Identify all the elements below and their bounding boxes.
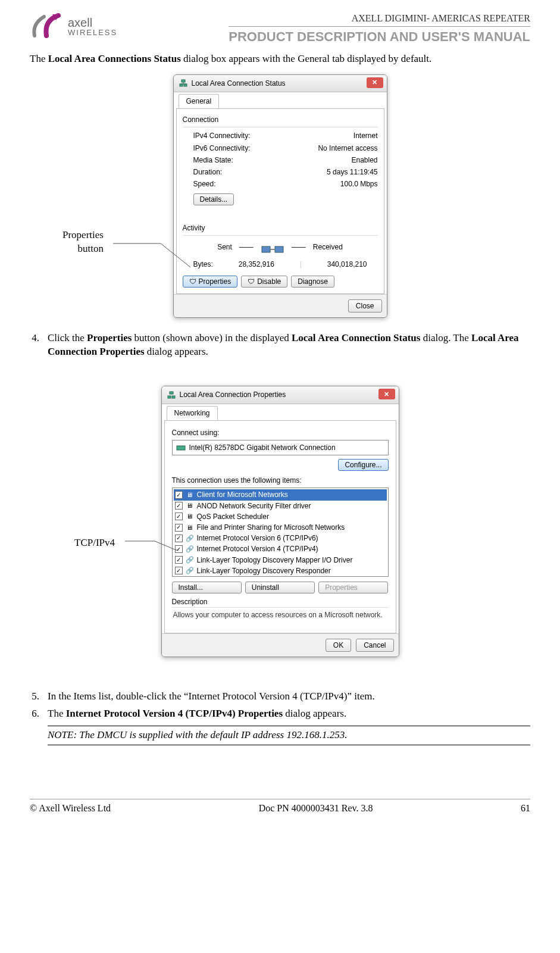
shield-icon: 🛡 [248, 277, 255, 286]
svg-line-10 [155, 541, 177, 551]
checkbox[interactable] [175, 567, 183, 574]
tab-general[interactable]: General [179, 94, 220, 108]
footer-page: 61 [521, 802, 530, 815]
callout-line-2 [125, 536, 179, 554]
protocol-icon: 🔗 [185, 545, 195, 553]
items-list[interactable]: 🖥Client for Microsoft Networks 🖥ANOD Net… [172, 488, 389, 577]
list-item[interactable]: 🖥ANOD Network Security Filter driver [174, 501, 387, 511]
connect-using-label: Connect using: [172, 428, 389, 438]
checkbox[interactable] [175, 556, 183, 564]
uninstall-button[interactable]: Uninstall [245, 582, 315, 593]
details-button[interactable]: Details... [193, 193, 234, 205]
dialog-title: Local Area Connection Status [192, 79, 286, 88]
footer-copyright: © Axell Wireless Ltd [30, 802, 111, 815]
row-speed: Speed:100.0 Mbps [183, 178, 378, 190]
close-button[interactable]: ✕ [367, 77, 383, 88]
step-5: 5. In the Items list, double-click the “… [30, 690, 530, 704]
list-item[interactable]: 🖥QoS Packet Scheduler [174, 511, 387, 522]
cancel-button[interactable]: Cancel [356, 639, 393, 652]
diagnose-button[interactable]: Diagnose [291, 276, 334, 288]
checkbox[interactable] [175, 502, 183, 510]
bytes-sent: 28,352,916 [239, 260, 274, 269]
callout-line [113, 240, 190, 270]
properties-button[interactable]: Properties [318, 582, 388, 593]
network-icon [167, 390, 176, 400]
dialog-titlebar: Local Area Connection Status ✕ [174, 75, 387, 92]
svg-rect-4 [182, 80, 185, 82]
svg-rect-12 [172, 396, 175, 398]
properties-dialog: Local Area Connection Properties ✕ Netwo… [161, 386, 399, 657]
network-icon [179, 79, 188, 88]
install-button[interactable]: Install... [172, 582, 242, 593]
list-item[interactable]: 🖥File and Printer Sharing for Microsoft … [174, 522, 387, 533]
disable-button[interactable]: 🛡Disable [241, 276, 287, 288]
svg-rect-8 [275, 246, 283, 252]
logo-icon [30, 12, 65, 40]
bytes-received: 340,018,210 [327, 260, 367, 269]
svg-rect-14 [177, 446, 185, 450]
description-group: Description Allows your computer to acce… [172, 597, 389, 625]
list-item[interactable]: 🔗Internet Protocol Version 6 (TCP/IPv6) [174, 533, 387, 543]
received-label: Received [313, 242, 343, 252]
header-subtitle: AXELL DIGIMINI- AMERICAS REPEATER [229, 12, 530, 25]
dialog-titlebar: Local Area Connection Properties ✕ [162, 386, 399, 404]
bytes-label: Bytes: [193, 260, 213, 269]
page-header: axell WIRELESS AXELL DIGIMINI- AMERICAS … [30, 12, 530, 45]
list-item[interactable]: 🖥Client for Microsoft Networks [174, 489, 387, 500]
note: NOTE: The DMCU is supplied with the defa… [48, 726, 530, 745]
service-icon: 🖥 [185, 513, 195, 521]
checkbox[interactable] [175, 491, 183, 499]
service-icon: 🖥 [185, 502, 195, 510]
sent-label: Sent [217, 242, 232, 252]
list-item[interactable]: 🔗Internet Protocol Version 4 (TCP/IPv4) [174, 543, 387, 554]
tab-networking[interactable]: Networking [167, 406, 218, 420]
footer-doc: Doc PN 4000003431 Rev. 3.8 [259, 802, 373, 815]
callout-tcpip: TCP/IPv4 [74, 536, 115, 550]
adapter-field: Intel(R) 82578DC Gigabit Network Connect… [172, 440, 389, 455]
ok-button[interactable]: OK [326, 639, 351, 652]
svg-rect-11 [168, 396, 171, 398]
step-6: 6. The Internet Protocol Version 4 (TCP/… [30, 707, 530, 721]
svg-rect-2 [180, 84, 183, 86]
svg-rect-3 [184, 84, 187, 86]
button-row: 🛡Properties 🛡Disable Diagnose [183, 276, 378, 288]
header-title: PRODUCT DESCRIPTION AND USER'S MANUAL [229, 26, 530, 46]
row-ipv4: IPv4 Connectivity:Internet [183, 130, 378, 142]
dialog-footer: OK Cancel [162, 633, 399, 657]
row-media: Media State:Enabled [183, 154, 378, 166]
dialog-title: Local Area Connection Properties [180, 390, 286, 399]
shield-icon: 🛡 [189, 277, 196, 286]
client-icon: 🖥 [185, 490, 195, 499]
svg-rect-7 [262, 246, 270, 252]
callout-properties: Properties button [62, 229, 104, 256]
svg-rect-13 [170, 392, 173, 394]
group-activity: Activity Sent —— —— Received Byte [183, 223, 378, 269]
items-label: This connection uses the following items… [172, 476, 389, 485]
logo: axell WIRELESS [30, 12, 117, 40]
adapter-icon [176, 443, 186, 452]
properties-button[interactable]: 🛡Properties [183, 276, 238, 288]
close-button[interactable]: ✕ [378, 389, 395, 399]
header-titles: AXELL DIGIMINI- AMERICAS REPEATER PRODUC… [229, 12, 530, 45]
row-duration: Duration:5 days 11:19:45 [183, 166, 378, 178]
list-item[interactable]: 🔗Link-Layer Topology Discovery Mapper I/… [174, 555, 387, 565]
protocol-icon: 🔗 [185, 534, 195, 542]
figure-status-dialog: Properties button Local Area Connection … [30, 77, 530, 315]
checkbox[interactable] [175, 513, 183, 520]
checkbox[interactable] [175, 524, 183, 532]
configure-button[interactable]: Configure... [338, 459, 388, 471]
svg-line-1 [161, 243, 190, 267]
protocol-icon: 🔗 [185, 567, 195, 575]
dialog-footer: Close [174, 294, 387, 317]
intro-paragraph: The Local Area Connections Status dialog… [30, 52, 530, 66]
protocol-icon: 🔗 [185, 556, 195, 564]
list-item[interactable]: 🔗Link-Layer Topology Discovery Responder [174, 565, 387, 576]
service-icon: 🖥 [185, 523, 195, 532]
step-4: 4. Click the Properties button (shown ab… [30, 332, 530, 359]
page-footer: © Axell Wireless Ltd Doc PN 4000003431 R… [30, 799, 530, 815]
group-connection: Connection IPv4 Connectivity:Internet IP… [183, 115, 378, 205]
status-dialog: Local Area Connection Status ✕ General C… [173, 74, 387, 318]
figure-properties-dialog: TCP/IPv4 Local Area Connection Propertie… [30, 370, 530, 673]
logo-text: axell WIRELESS [68, 17, 117, 36]
close-button[interactable]: Close [348, 299, 382, 313]
